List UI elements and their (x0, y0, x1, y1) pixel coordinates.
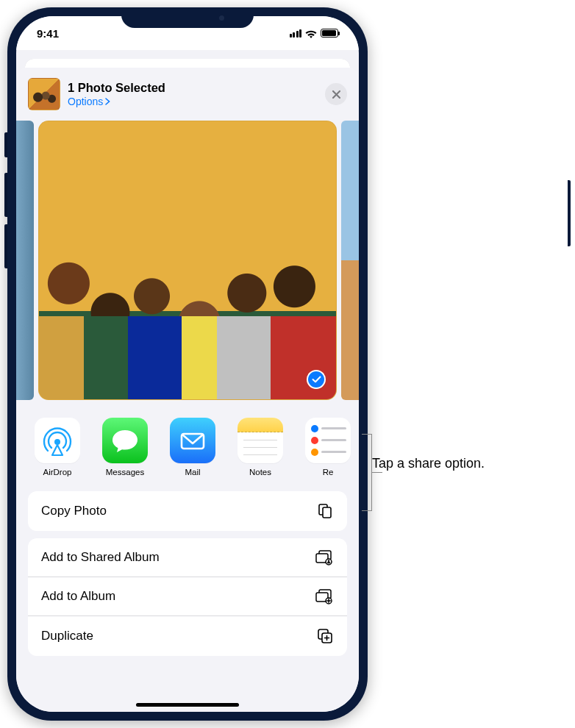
shared-album-icon (315, 549, 334, 565)
action-label: Add to Album (41, 589, 115, 604)
selected-badge[interactable] (307, 370, 326, 389)
svg-rect-3 (323, 507, 331, 518)
copy-photo-action[interactable]: Copy Photo (28, 491, 347, 531)
status-indicators (290, 29, 339, 38)
options-link-label: Options (68, 96, 103, 107)
cellular-icon (290, 29, 302, 38)
duplicate-action[interactable]: Duplicate (28, 615, 347, 656)
mail-icon (170, 418, 215, 463)
selection-thumbnail[interactable] (28, 78, 60, 110)
copy-icon (316, 502, 334, 520)
svg-point-0 (54, 439, 60, 445)
phone-frame: 9:41 1 Photo Selected Options (7, 7, 368, 721)
home-indicator[interactable] (136, 703, 239, 707)
close-button[interactable] (325, 83, 347, 105)
close-icon (332, 90, 341, 99)
chevron-right-icon (105, 98, 110, 105)
messages-app[interactable]: Messages (93, 418, 157, 477)
reminders-icon (305, 418, 351, 463)
app-label: AirDrop (43, 468, 72, 477)
reminders-app[interactable]: Re (296, 418, 359, 477)
app-label: Re (323, 468, 334, 477)
preview-prev-peek[interactable] (16, 121, 34, 400)
action-label: Copy Photo (41, 504, 107, 518)
share-sheet-header: 1 Photo Selected Options (16, 68, 359, 118)
action-list: Copy Photo Add to Shared Album (28, 491, 347, 656)
notes-icon (238, 418, 283, 463)
app-label: Messages (106, 468, 144, 477)
mail-app[interactable]: Mail (160, 418, 225, 477)
app-label: Notes (249, 468, 271, 477)
preview-selected-photo[interactable] (38, 121, 337, 400)
add-album-icon (315, 588, 334, 604)
photo-content (39, 121, 336, 399)
action-label: Duplicate (41, 629, 93, 643)
svg-point-7 (328, 560, 330, 562)
wifi-icon (305, 29, 317, 38)
notes-app[interactable]: Notes (228, 418, 293, 477)
airdrop-icon (35, 418, 80, 463)
app-label: Mail (185, 468, 200, 477)
callout-bracket (362, 434, 372, 511)
battery-icon (321, 29, 338, 38)
share-sheet: 1 Photo Selected Options (16, 68, 359, 712)
share-sheet-title: 1 Photo Selected (68, 81, 318, 95)
messages-icon (102, 418, 148, 463)
notch (121, 7, 254, 28)
callout-text: Tap a share option. (372, 456, 485, 471)
share-apps-row[interactable]: AirDrop Messages (16, 412, 359, 477)
options-link[interactable]: Options (68, 96, 318, 107)
callout-stem (372, 472, 382, 473)
preview-next-peek[interactable] (341, 121, 359, 400)
preview-strip[interactable] (16, 118, 359, 412)
add-to-album-action[interactable]: Add to Album (28, 577, 347, 615)
add-to-shared-album-action[interactable]: Add to Shared Album (28, 538, 347, 577)
duplicate-icon (316, 627, 334, 645)
airdrop-app[interactable]: AirDrop (25, 418, 90, 477)
svg-point-6 (326, 559, 332, 565)
action-label: Add to Shared Album (41, 550, 160, 565)
status-time: 9:41 (37, 27, 59, 40)
screen: 9:41 1 Photo Selected Options (16, 16, 359, 712)
checkmark-icon (312, 376, 321, 383)
